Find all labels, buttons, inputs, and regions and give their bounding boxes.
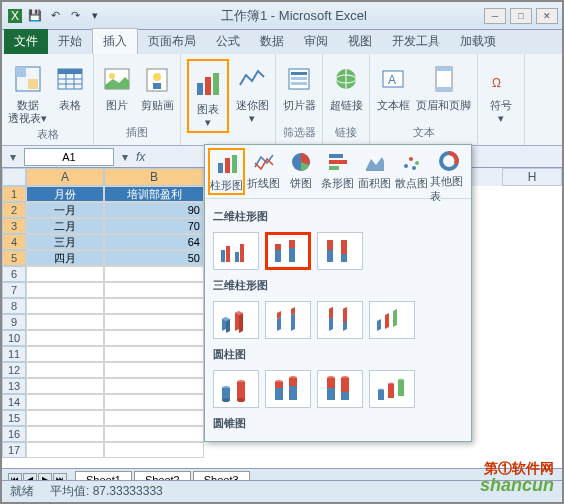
cell[interactable] [104,282,204,298]
select-all-corner[interactable] [2,168,26,186]
cell[interactable]: 70 [104,218,204,234]
table-button[interactable]: 表格 [53,59,87,112]
tab-home[interactable]: 开始 [48,29,92,54]
col-header[interactable]: H [502,168,562,186]
cell[interactable]: 四月 [26,250,104,266]
qat-dropdown-icon[interactable]: ▾ [86,7,104,25]
tab-file[interactable]: 文件 [4,29,48,54]
chart-type-bar[interactable]: 条形图 [319,148,356,195]
maximize-button[interactable]: □ [510,8,532,24]
tab-addin[interactable]: 加载项 [450,29,506,54]
chart-thumb-3d2[interactable] [265,301,311,339]
undo-icon[interactable]: ↶ [46,7,64,25]
cell[interactable] [26,266,104,282]
cell[interactable] [26,426,104,442]
row-header[interactable]: 12 [2,362,26,378]
chart-type-pie[interactable]: 饼图 [282,148,319,195]
row-header[interactable]: 11 [2,346,26,362]
chart-type-column[interactable]: 柱形图 [208,148,245,195]
cell[interactable] [104,298,204,314]
cell[interactable] [26,314,104,330]
cell[interactable] [104,426,204,442]
tab-dev[interactable]: 开发工具 [382,29,450,54]
row-header[interactable]: 9 [2,314,26,330]
name-box[interactable]: A1 [24,148,114,166]
cell[interactable] [104,378,204,394]
chart-type-scatter[interactable]: 散点图 [393,148,430,195]
cell[interactable] [104,394,204,410]
row-header[interactable]: 6 [2,266,26,282]
row-header[interactable]: 1 [2,186,26,202]
cell[interactable] [104,362,204,378]
cell[interactable] [26,394,104,410]
cell[interactable] [26,346,104,362]
tab-view[interactable]: 视图 [338,29,382,54]
cell[interactable]: 二月 [26,218,104,234]
row-header[interactable]: 14 [2,394,26,410]
close-button[interactable]: ✕ [536,8,558,24]
chart-thumb-cyl3[interactable] [317,370,363,408]
redo-icon[interactable]: ↷ [66,7,84,25]
chart-thumb-3d3[interactable] [317,301,363,339]
textbox-button[interactable]: A 文本框 [376,59,410,112]
cell[interactable]: 培训部盈利 [104,186,204,202]
row-header[interactable]: 17 [2,442,26,458]
row-header[interactable]: 4 [2,234,26,250]
cell[interactable] [104,266,204,282]
namebox-dropdown-icon[interactable]: ▾ [6,150,20,164]
pivot-table-button[interactable]: 数据透视表▾ [8,59,47,125]
chart-thumb-cyl1[interactable] [213,370,259,408]
cell[interactable] [104,314,204,330]
chart-thumb-stacked100[interactable] [317,232,363,270]
col-header[interactable]: B [104,168,204,186]
cell[interactable] [104,410,204,426]
picture-button[interactable]: 图片 [100,59,134,112]
row-header[interactable]: 7 [2,282,26,298]
cell[interactable] [26,378,104,394]
chart-thumb-cyl4[interactable] [369,370,415,408]
headerfooter-button[interactable]: 页眉和页脚 [416,59,471,112]
chart-thumb-3d4[interactable] [369,301,415,339]
tab-review[interactable]: 审阅 [294,29,338,54]
cell[interactable] [26,298,104,314]
cell[interactable]: 64 [104,234,204,250]
chart-button[interactable]: 图表▾ [187,59,229,133]
slicer-button[interactable]: 切片器 [282,59,316,112]
row-header[interactable]: 16 [2,426,26,442]
col-header[interactable]: A [26,168,104,186]
chart-thumb-stacked[interactable] [265,232,311,270]
tab-formula[interactable]: 公式 [206,29,250,54]
cell[interactable] [26,362,104,378]
minimize-button[interactable]: ─ [484,8,506,24]
tab-layout[interactable]: 页面布局 [138,29,206,54]
sparkline-button[interactable]: 迷你图▾ [235,59,269,125]
cell[interactable]: 50 [104,250,204,266]
save-icon[interactable]: 💾 [26,7,44,25]
cell[interactable]: 一月 [26,202,104,218]
row-header[interactable]: 5 [2,250,26,266]
tab-insert[interactable]: 插入 [92,28,138,54]
cell[interactable] [26,282,104,298]
excel-icon[interactable]: X [6,7,24,25]
cell[interactable]: 三月 [26,234,104,250]
hyperlink-button[interactable]: 超链接 [329,59,363,112]
namebox-arrow-icon[interactable]: ▾ [118,150,132,164]
row-header[interactable]: 10 [2,330,26,346]
cell[interactable]: 月份 [26,186,104,202]
fx-icon[interactable]: fx [136,150,152,164]
row-header[interactable]: 8 [2,298,26,314]
row-header[interactable]: 2 [2,202,26,218]
chart-type-line[interactable]: 折线图 [245,148,282,195]
cell[interactable] [104,442,204,458]
row-header[interactable]: 15 [2,410,26,426]
chart-thumb-clustered[interactable] [213,232,259,270]
tab-data[interactable]: 数据 [250,29,294,54]
chart-thumb-3d1[interactable] [213,301,259,339]
cell[interactable] [26,410,104,426]
cell[interactable] [26,330,104,346]
clipart-button[interactable]: 剪贴画 [140,59,174,112]
row-header[interactable]: 13 [2,378,26,394]
cell[interactable] [104,346,204,362]
chart-thumb-cyl2[interactable] [265,370,311,408]
cell[interactable] [26,442,104,458]
